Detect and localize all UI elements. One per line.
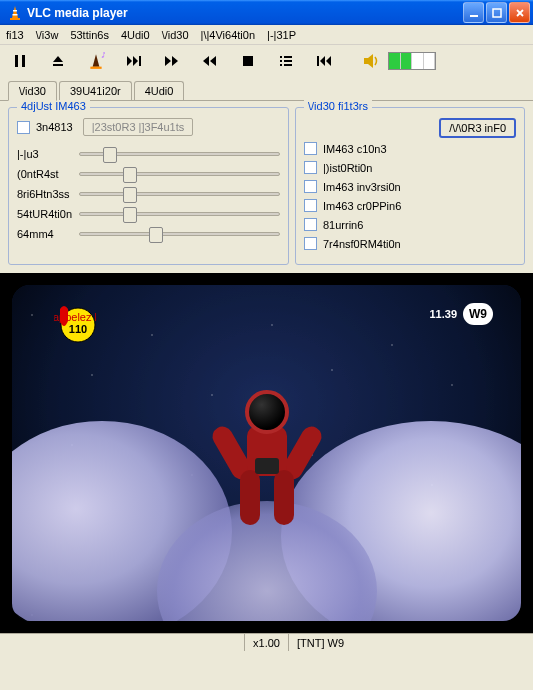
svg-rect-22: [243, 56, 253, 66]
menu-video[interactable]: \/id30: [162, 29, 189, 41]
enable-label: 3n4813: [36, 121, 73, 133]
astronaut-figure: [222, 390, 312, 530]
window-title: VLC media player: [27, 6, 463, 20]
transformation-checkbox[interactable]: [304, 237, 317, 250]
playlist-button[interactable]: [276, 51, 296, 71]
inversion-checkbox[interactable]: [304, 180, 317, 193]
previous-button[interactable]: [314, 51, 334, 71]
more-info-button[interactable]: /\/\0R3 inF0: [439, 118, 516, 138]
svg-rect-26: [284, 60, 292, 62]
gamma-label: 64mm4: [17, 228, 79, 240]
svg-text:110: 110: [69, 323, 87, 335]
brightness-label: 8ri6Htn3ss: [17, 188, 79, 200]
adjust-image-group: 4djUst IM463 3n4813 |23st0R3 |]3F4u1ts |…: [8, 107, 289, 265]
disc-icon[interactable]: ♪: [86, 51, 106, 71]
volume-slider[interactable]: [388, 52, 436, 70]
filter-label: |)ist0Rti0n: [323, 162, 372, 174]
restore-defaults-button[interactable]: |23st0R3 |]3F4u1ts: [83, 118, 194, 136]
broadcast-overlay: 11.39 W9: [429, 303, 493, 325]
appelez-110-badge: appelez le 110: [54, 301, 96, 343]
image-clone-checkbox[interactable]: [304, 142, 317, 155]
filter-label: 81urrin6: [323, 219, 363, 231]
distortion-checkbox[interactable]: [304, 161, 317, 174]
svg-rect-3: [13, 14, 18, 16]
eject-button[interactable]: [48, 51, 68, 71]
svg-rect-17: [139, 56, 141, 66]
channel-logo: W9: [463, 303, 493, 325]
svg-text:♪: ♪: [101, 52, 106, 61]
svg-marker-15: [127, 56, 132, 66]
next-button[interactable]: [124, 51, 144, 71]
svg-rect-25: [280, 60, 282, 62]
maximize-button[interactable]: [486, 2, 507, 23]
hue-label: |-|u3: [17, 148, 79, 160]
speaker-icon[interactable]: [362, 51, 382, 71]
tabbar: \/id30 39U41i20r 4Udi0: [0, 77, 533, 100]
video-frame: appelez le 110 11.39 W9: [12, 285, 521, 621]
video-output[interactable]: appelez le 110 11.39 W9: [0, 273, 533, 633]
contrast-slider[interactable]: [79, 172, 280, 176]
menu-audio[interactable]: 4Udi0: [121, 29, 150, 41]
svg-rect-8: [15, 55, 18, 67]
svg-marker-33: [368, 54, 373, 68]
svg-rect-5: [493, 9, 501, 17]
titlebar: VLC media player: [0, 0, 533, 25]
menu-settings[interactable]: 53ttin6s: [70, 29, 109, 41]
status-speed: x1.00: [244, 634, 288, 651]
svg-rect-4: [470, 15, 478, 17]
close-button[interactable]: [509, 2, 530, 23]
fastforward-button[interactable]: [162, 51, 182, 71]
broadcast-time: 11.39: [429, 308, 457, 320]
menu-view[interactable]: \/i3w: [36, 29, 59, 41]
filter-label: Im463 cr0PPin6: [323, 200, 401, 212]
saturation-slider[interactable]: [79, 212, 280, 216]
menubar: fi13 \/i3w 53ttin6s 4Udi0 \/id30 |\|4Vi6…: [0, 25, 533, 45]
svg-rect-28: [284, 64, 292, 66]
minimize-button[interactable]: [463, 2, 484, 23]
svg-rect-32: [364, 58, 368, 64]
vlc-cone-icon: [7, 5, 23, 21]
cropping-checkbox[interactable]: [304, 199, 317, 212]
hue-slider[interactable]: [79, 152, 280, 156]
svg-marker-18: [165, 56, 171, 66]
svg-marker-31: [326, 56, 331, 66]
rewind-button[interactable]: [200, 51, 220, 71]
contrast-label: (0ntR4st: [17, 168, 79, 180]
filters-group-title: \/id30 fi1t3rs: [304, 100, 372, 112]
filter-label: Im463 inv3rsi0n: [323, 181, 401, 193]
stop-button[interactable]: [238, 51, 258, 71]
svg-rect-11: [53, 64, 63, 66]
pause-button[interactable]: [10, 51, 30, 71]
filter-label: IM463 c10n3: [323, 143, 387, 155]
svg-rect-1: [10, 18, 20, 20]
svg-marker-16: [133, 56, 138, 66]
status-channel: [TNT] W9: [288, 634, 533, 651]
svg-rect-29: [317, 56, 319, 66]
video-filters-group: \/id30 fi1t3rs /\/\0R3 inF0 IM463 c10n3 …: [295, 107, 525, 265]
svg-marker-0: [12, 6, 18, 18]
svg-marker-20: [203, 56, 209, 66]
tab-video[interactable]: \/id30: [8, 81, 57, 101]
saturation-label: 54tUR4ti0n: [17, 208, 79, 220]
svg-marker-30: [320, 56, 325, 66]
menu-navigation[interactable]: |\|4Vi64ti0n: [201, 29, 255, 41]
svg-marker-12: [93, 54, 100, 66]
tab-equalizer[interactable]: 39U41i20r: [59, 81, 132, 100]
svg-rect-27: [280, 64, 282, 66]
svg-rect-24: [284, 56, 292, 58]
enable-checkbox[interactable]: [17, 121, 30, 134]
statusbar: x1.00 [TNT] W9: [0, 633, 533, 651]
menu-file[interactable]: fi13: [6, 29, 24, 41]
blurring-checkbox[interactable]: [304, 218, 317, 231]
svg-rect-2: [13, 10, 17, 12]
svg-marker-21: [210, 56, 216, 66]
gamma-slider[interactable]: [79, 232, 280, 236]
svg-marker-19: [172, 56, 178, 66]
svg-rect-23: [280, 56, 282, 58]
tab-audio[interactable]: 4Udi0: [134, 81, 185, 100]
adjust-group-title: 4djUst IM463: [17, 100, 90, 112]
menu-help[interactable]: |-|31P: [267, 29, 296, 41]
brightness-slider[interactable]: [79, 192, 280, 196]
svg-marker-10: [53, 56, 63, 62]
filter-label: 7r4nsf0RM4ti0n: [323, 238, 401, 250]
